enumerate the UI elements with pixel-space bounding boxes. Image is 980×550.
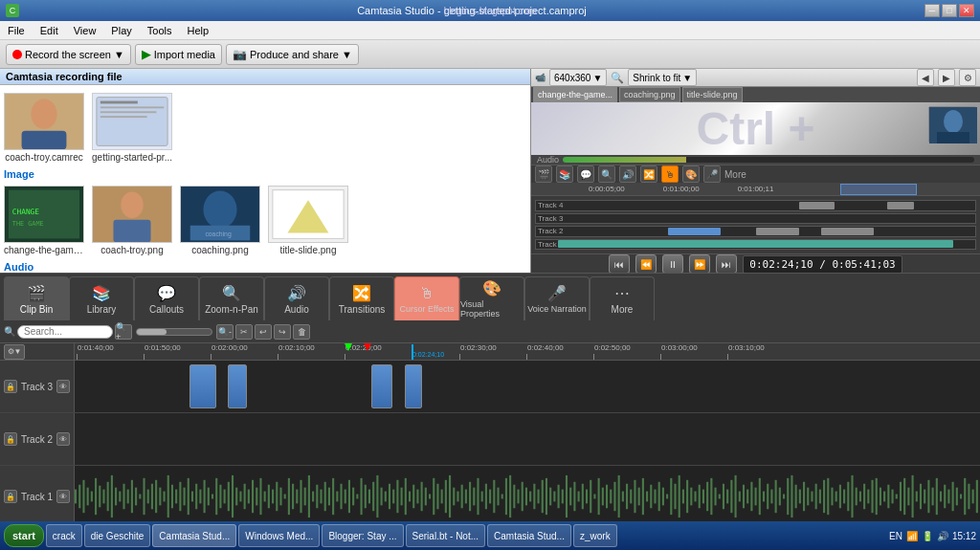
tab-more[interactable]: ⋯ More [590, 276, 655, 320]
thumb-img-game: CHANGE THE GAME [4, 186, 84, 243]
preview-tab-1[interactable]: change-the-game... [533, 87, 617, 102]
tab-library[interactable]: 📚 Library [69, 276, 134, 320]
menu-tools[interactable]: Tools [144, 23, 176, 38]
undo-button[interactable]: ↩ [255, 324, 272, 340]
track-3-clip-1[interactable] [189, 364, 216, 408]
clip-bin-mini-tab[interactable]: 🎬 [535, 165, 552, 183]
track-2-eye[interactable]: 👁 [56, 432, 70, 446]
mini-clip-2c[interactable] [821, 228, 874, 235]
close-button[interactable]: ✕ [959, 4, 974, 17]
preview-tab-2[interactable]: coaching.png [619, 87, 680, 102]
image-files-row: CHANGE THE GAME change-the-game... [4, 182, 526, 259]
track-1-content[interactable]: // Generated inline [75, 466, 980, 527]
transitions-mini-tab[interactable]: 🔀 [640, 165, 657, 183]
taskbar-item-4[interactable]: Blogger: Stay ... [322, 524, 403, 547]
tab-voice-label: Voice Narration [527, 304, 587, 314]
menu-view[interactable]: View [70, 23, 100, 38]
cursor-icon: 🖱 [419, 285, 434, 302]
skip-end-button[interactable]: ⏭ [716, 254, 737, 273]
track-2-content[interactable] [75, 413, 980, 465]
taskbar-item-5[interactable]: Serial.bt - Not... [406, 524, 485, 547]
svg-rect-174 [674, 484, 676, 510]
track-1-eye[interactable]: 👁 [56, 490, 70, 503]
preview-fit-selector[interactable]: Shrink to fit ▼ [628, 69, 697, 86]
step-forward-button[interactable]: ⏩ [689, 254, 710, 273]
track-3-eye[interactable]: 👁 [56, 380, 70, 393]
mini-clip-2a[interactable] [668, 228, 721, 235]
zoom-mini-tab[interactable]: 🔍 [598, 165, 615, 183]
recording-file-2[interactable]: getting-started-pr... [92, 93, 172, 163]
image-file-3[interactable]: coaching coaching.png [180, 186, 260, 255]
settings-tl-button[interactable]: ⚙▼ [4, 344, 25, 360]
menu-edit[interactable]: Edit [36, 23, 62, 38]
image-file-2[interactable]: coach-troy.png [92, 186, 172, 255]
tab-transitions[interactable]: 🔀 Transitions [329, 276, 394, 320]
maximize-button[interactable]: □ [942, 4, 957, 17]
zoom-out-button[interactable]: 🔍- [216, 324, 234, 340]
mini-clip-4b[interactable] [887, 202, 914, 209]
more-mini-tab[interactable]: More [724, 169, 746, 180]
tab-callouts[interactable]: 💬 Callouts [134, 276, 199, 320]
zoom-in-button[interactable]: 🔍+ [115, 324, 132, 340]
track-2-lock[interactable]: 🔒 [4, 432, 17, 446]
recording-file-1[interactable]: coach-troy.camrec [4, 93, 84, 163]
audio-mini-tab[interactable]: 🔊 [619, 165, 636, 183]
taskbar-item-1[interactable]: die Geschite [84, 524, 151, 547]
zoom-slider[interactable] [136, 328, 212, 336]
step-back-button[interactable]: ⏪ [635, 254, 657, 273]
taskbar-item-7[interactable]: z_work [573, 524, 617, 547]
tab-voice[interactable]: 🎤 Voice Narration [524, 276, 590, 320]
voice-mini-tab[interactable]: 🎤 [703, 165, 721, 183]
preview-settings-button[interactable]: ⚙ [959, 69, 976, 86]
delete-button[interactable]: 🗑 [293, 324, 310, 340]
track-1-lock[interactable]: 🔒 [4, 490, 17, 503]
preview-next-button[interactable]: ▶ [938, 69, 955, 86]
image-file-4[interactable]: title-slide.png [268, 186, 348, 255]
cursor-mini-tab[interactable]: 🖱 [661, 165, 679, 183]
image-file-1[interactable]: CHANGE THE GAME change-the-game... [4, 186, 84, 255]
tab-audio[interactable]: 🔊 Audio [264, 276, 329, 320]
visual-mini-tab[interactable]: 🎨 [682, 165, 700, 183]
minimize-button[interactable]: ─ [924, 4, 940, 17]
track-3-lock[interactable]: 🔒 [4, 380, 17, 393]
taskbar-item-6[interactable]: Camtasia Stud... [487, 524, 571, 547]
produce-share-button[interactable]: 📷 Produce and share ▼ [226, 44, 359, 65]
preview-prev-button[interactable]: ◀ [917, 69, 934, 86]
svg-rect-88 [328, 488, 330, 506]
svg-rect-65 [235, 488, 237, 506]
tab-cursor[interactable]: 🖱 Cursor Effects [394, 276, 459, 320]
taskbar-item-3[interactable]: Windows Med... [238, 524, 320, 547]
svg-rect-95 [356, 495, 358, 499]
tab-visual[interactable]: 🎨 Visual Properties [459, 276, 524, 320]
svg-rect-223 [871, 480, 873, 513]
import-media-button[interactable]: ▶ Import media [135, 44, 222, 65]
redo-button[interactable]: ↪ [274, 324, 291, 340]
callouts-mini-tab[interactable]: 💬 [577, 165, 594, 183]
play-pause-button[interactable]: ⏸ [662, 254, 683, 273]
track-3-clip-4[interactable] [405, 364, 422, 408]
tab-clip-bin[interactable]: 🎬 Clip Bin [4, 276, 69, 320]
library-mini-tab[interactable]: 📚 [556, 165, 573, 183]
timeline-search-input[interactable] [17, 325, 113, 339]
track-3-content[interactable] [75, 361, 980, 412]
mini-clip-1a[interactable] [558, 240, 953, 248]
start-button[interactable]: start [4, 524, 44, 547]
mini-clip-4a[interactable] [799, 202, 835, 209]
preview-tab-3[interactable]: title-slide.png [682, 87, 743, 102]
svg-rect-59 [212, 495, 213, 499]
menu-help[interactable]: Help [183, 23, 212, 38]
menu-play[interactable]: Play [107, 23, 135, 38]
track-3-clip-2[interactable] [228, 364, 247, 408]
taskbar-item-0[interactable]: crack [46, 524, 82, 547]
track-3-clip-3[interactable] [371, 364, 392, 408]
record-screen-button[interactable]: Record the screen ▼ [6, 44, 131, 65]
mini-clip-2b[interactable] [756, 228, 800, 235]
ruler-mark-3: 0:02:10;00 [278, 343, 345, 360]
skip-start-button[interactable]: ⏮ [609, 254, 630, 273]
menu-file[interactable]: File [4, 23, 29, 38]
tab-zoom[interactable]: 🔍 Zoom-n-Pan [199, 276, 264, 320]
svg-rect-240 [940, 492, 942, 502]
taskbar-item-2[interactable]: Camtasia Stud... [152, 524, 236, 547]
split-button[interactable]: ✂ [235, 324, 253, 340]
preview-size-selector[interactable]: 640x360 ▼ [549, 69, 607, 86]
